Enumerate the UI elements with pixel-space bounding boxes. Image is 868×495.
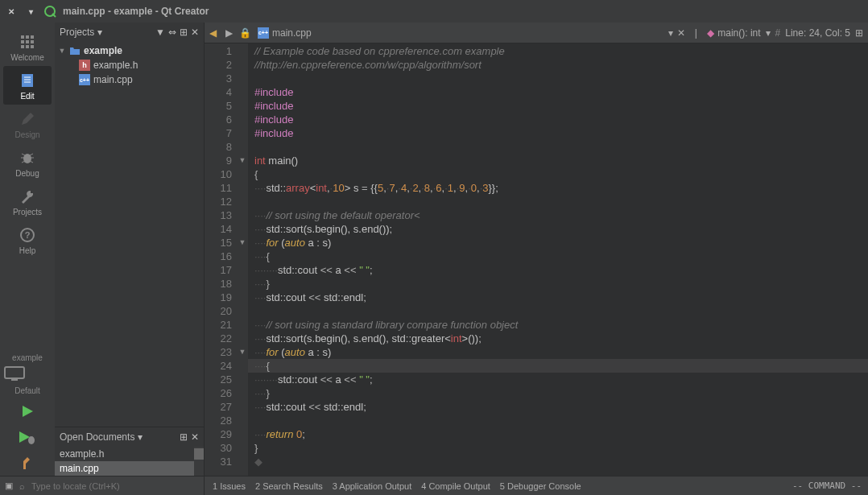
- close-panel-icon[interactable]: ✕: [191, 431, 199, 443]
- mode-design[interactable]: Design: [3, 105, 52, 143]
- filter-icon[interactable]: ▼: [155, 27, 165, 38]
- chevron-down-icon: ▾: [97, 27, 102, 38]
- mode-welcome[interactable]: Welcome: [3, 27, 52, 66]
- svg-rect-3: [26, 35, 29, 39]
- folder-icon: [69, 45, 81, 56]
- output-pane-selectors: 1 Issues2 Search Results3 Application Ou…: [205, 481, 792, 491]
- svg-rect-24: [5, 367, 24, 378]
- run-debug-button[interactable]: [13, 426, 42, 448]
- editor-area: ◀ ▶ 🔒 c++ main.cpp ▾ ✕ | ◆ main(): int ▾…: [205, 23, 868, 476]
- svg-rect-9: [26, 45, 29, 48]
- svg-rect-4: [31, 35, 34, 39]
- close-tab-icon[interactable]: ✕: [673, 25, 689, 41]
- grid-icon: [18, 32, 37, 52]
- tree-file-source[interactable]: c++ main.cpp: [55, 72, 204, 87]
- status-bar: ▣ ⌕ 1 Issues2 Search Results3 Applicatio…: [0, 476, 868, 495]
- svg-text:?: ?: [25, 230, 31, 240]
- svg-point-28: [28, 436, 35, 444]
- close-panel-icon[interactable]: ✕: [191, 27, 199, 38]
- output-pane[interactable]: 5 Debugger Console: [500, 481, 581, 491]
- wrench-icon: [18, 187, 37, 206]
- split-editor-icon[interactable]: ⊞: [855, 27, 863, 39]
- tree-file-header[interactable]: h example.h: [55, 58, 204, 72]
- svg-rect-7: [31, 40, 34, 43]
- window-titlebar: ✕ ▾ main.cpp - example - Qt Creator: [0, 0, 868, 23]
- h-file-icon: h: [79, 60, 90, 71]
- target-selector[interactable]: example Default: [3, 353, 52, 395]
- pencil-icon: [18, 109, 37, 129]
- svg-rect-6: [26, 40, 29, 43]
- line-prefix: #: [775, 27, 781, 39]
- output-pane[interactable]: 4 Compile Output: [421, 481, 490, 491]
- output-pane[interactable]: 1 Issues: [213, 481, 246, 491]
- window-minimize-icon[interactable]: ▾: [24, 5, 37, 18]
- svg-rect-5: [21, 40, 24, 43]
- projects-panel-header: Projects ▾ ▼ ⇔ ⊞ ✕: [55, 23, 204, 42]
- lock-icon[interactable]: 🔒: [237, 25, 253, 41]
- toggle-sidebar-icon[interactable]: ▣: [5, 481, 13, 491]
- link-icon[interactable]: ⇔: [168, 27, 176, 38]
- window-close-icon[interactable]: ✕: [5, 5, 18, 18]
- bug-icon: [18, 148, 37, 167]
- split-icon[interactable]: ⊞: [180, 27, 188, 38]
- tree-project-root[interactable]: ▼ example: [55, 43, 204, 58]
- split-icon[interactable]: ⊞: [180, 431, 188, 443]
- document-icon: [18, 71, 37, 90]
- chevron-down-icon[interactable]: ▾: [766, 27, 771, 39]
- side-panel: Projects ▾ ▼ ⇔ ⊞ ✕ ▼ example h example.h…: [55, 23, 205, 476]
- output-pane[interactable]: 3 Application Output: [333, 481, 411, 491]
- svg-line-1: [52, 14, 56, 17]
- svg-line-19: [30, 154, 33, 155]
- locator-input[interactable]: [31, 481, 199, 491]
- help-icon: ?: [18, 225, 37, 245]
- project-tree[interactable]: ▼ example h example.h c++ main.cpp: [55, 42, 204, 427]
- line-number-gutter[interactable]: 1234567891011121314151617181920212223242…: [205, 43, 237, 476]
- diamond-icon: ◆: [707, 27, 714, 39]
- fold-column[interactable]: ▼▼▼: [237, 43, 248, 476]
- back-button[interactable]: ◀: [205, 25, 221, 41]
- file-selector[interactable]: c++ main.cpp: [253, 27, 316, 39]
- chevron-down-icon: ▾: [138, 431, 143, 443]
- forward-button[interactable]: ▶: [221, 25, 237, 41]
- vim-mode-indicator: -- COMMAND --: [792, 481, 868, 491]
- mode-debug[interactable]: Debug: [3, 143, 52, 182]
- window-logo-icon: [43, 5, 56, 18]
- mode-projects[interactable]: Projects: [3, 182, 52, 221]
- mode-bar: Welcome Edit Design Debug Projects ? Hel…: [0, 23, 55, 476]
- svg-marker-27: [19, 431, 30, 443]
- svg-marker-26: [23, 406, 33, 417]
- run-button[interactable]: [13, 400, 42, 423]
- editor-toolbar: ◀ ▶ 🔒 c++ main.cpp ▾ ✕ | ◆ main(): int ▾…: [205, 23, 868, 43]
- code-editor[interactable]: 1234567891011121314151617181920212223242…: [205, 43, 868, 476]
- scrollbar[interactable]: [194, 447, 204, 476]
- build-button[interactable]: [13, 452, 42, 474]
- opendoc-item[interactable]: example.h: [55, 447, 194, 461]
- output-pane[interactable]: 2 Search Results: [255, 481, 323, 491]
- expand-icon[interactable]: ▼: [58, 47, 66, 55]
- svg-rect-2: [21, 35, 24, 39]
- mode-help[interactable]: ? Help: [3, 221, 52, 259]
- cpp-file-icon: c++: [79, 74, 90, 85]
- opendocs-panel-header: Open Documents ▾ ⊞ ✕: [55, 427, 204, 447]
- mode-edit[interactable]: Edit: [3, 66, 52, 105]
- opendocs-dropdown[interactable]: Open Documents ▾: [60, 431, 143, 443]
- search-icon: ⌕: [19, 481, 25, 491]
- monitor-icon: [3, 365, 52, 383]
- svg-rect-8: [21, 45, 24, 48]
- cpp-file-icon: c++: [258, 27, 269, 39]
- line-col-indicator[interactable]: Line: 24, Col: 5: [785, 27, 850, 39]
- projects-dropdown[interactable]: Projects ▾: [60, 27, 102, 38]
- svg-line-18: [22, 154, 25, 155]
- opendoc-item[interactable]: main.cpp: [55, 461, 194, 476]
- code-content[interactable]: // Example code based on cppreference.co…: [248, 43, 868, 476]
- symbol-selector[interactable]: ◆ main(): int: [702, 27, 765, 39]
- svg-rect-11: [22, 74, 33, 87]
- svg-rect-10: [31, 45, 34, 48]
- window-title: main.cpp - example - Qt Creator: [63, 6, 209, 17]
